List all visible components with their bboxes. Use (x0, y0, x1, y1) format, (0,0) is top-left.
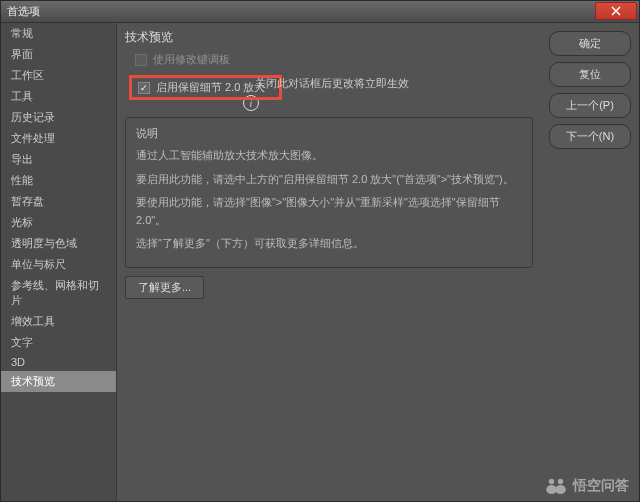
watermark-text: 悟空问答 (573, 477, 629, 495)
feature-checkbox-label: 启用保留细节 2.0 放大 (156, 80, 265, 95)
description-title: 说明 (136, 126, 522, 141)
prev-button[interactable]: 上一个(P) (549, 93, 631, 118)
close-icon (611, 6, 621, 16)
titlebar: 首选项 (1, 1, 639, 23)
legacy-checkbox-label: 使用修改键调板 (153, 52, 230, 67)
main-panel: 技术预览 使用修改键调板 启用保留细节 2.0 放大 关闭此对话框后更改将立即生… (117, 23, 541, 501)
desc-line: 要启用此功能，请选中上方的"启用保留细节 2.0 放大"("首选项">"技术预览… (136, 171, 522, 189)
feature-checkbox[interactable] (138, 82, 150, 94)
close-button[interactable] (595, 2, 637, 20)
sidebar-item-tools[interactable]: 工具 (1, 86, 116, 107)
sidebar: 常规 界面 工作区 工具 历史记录 文件处理 导出 性能 暂存盘 光标 透明度与… (1, 23, 117, 501)
sidebar-item-type[interactable]: 文字 (1, 332, 116, 353)
sidebar-item-3d[interactable]: 3D (1, 353, 116, 371)
sidebar-item-plugins[interactable]: 增效工具 (1, 311, 116, 332)
sidebar-item-performance[interactable]: 性能 (1, 170, 116, 191)
ok-button[interactable]: 确定 (549, 31, 631, 56)
reset-button[interactable]: 复位 (549, 62, 631, 87)
legacy-checkbox[interactable] (135, 54, 147, 66)
note-text: 关闭此对话框后更改将立即生效 (255, 76, 409, 91)
sidebar-item-export[interactable]: 导出 (1, 149, 116, 170)
learn-more-button[interactable]: 了解更多... (125, 276, 204, 299)
desc-line: 要使用此功能，请选择"图像">"图像大小"并从"重新采样"选项选择"保留细节 2… (136, 194, 522, 229)
svg-point-2 (549, 479, 554, 484)
sidebar-item-interface[interactable]: 界面 (1, 44, 116, 65)
sidebar-item-transparency[interactable]: 透明度与色域 (1, 233, 116, 254)
sidebar-item-cursors[interactable]: 光标 (1, 212, 116, 233)
window-body: 常规 界面 工作区 工具 历史记录 文件处理 导出 性能 暂存盘 光标 透明度与… (1, 23, 639, 501)
sidebar-item-scratchdisks[interactable]: 暂存盘 (1, 191, 116, 212)
description-body: 通过人工智能辅助放大技术放大图像。 要启用此功能，请选中上方的"启用保留细节 2… (136, 147, 522, 253)
window-title: 首选项 (7, 4, 633, 19)
sidebar-item-guides[interactable]: 参考线、网格和切片 (1, 275, 116, 311)
sidebar-item-history[interactable]: 历史记录 (1, 107, 116, 128)
watermark: 悟空问答 (545, 477, 629, 495)
right-button-column: 确定 复位 上一个(P) 下一个(N) (541, 23, 639, 501)
preferences-window: 首选项 常规 界面 工作区 工具 历史记录 文件处理 导出 性能 暂存盘 光标 … (0, 0, 640, 502)
sidebar-item-techpreview[interactable]: 技术预览 (1, 371, 116, 392)
next-button[interactable]: 下一个(N) (549, 124, 631, 149)
sidebar-item-filehandling[interactable]: 文件处理 (1, 128, 116, 149)
description-panel: 说明 通过人工智能辅助放大技术放大图像。 要启用此功能，请选中上方的"启用保留细… (125, 117, 533, 268)
sidebar-item-general[interactable]: 常规 (1, 23, 116, 44)
legacy-checkbox-row: 使用修改键调板 (125, 50, 533, 73)
svg-point-1 (555, 485, 566, 494)
sidebar-item-workspace[interactable]: 工作区 (1, 65, 116, 86)
svg-point-3 (558, 479, 563, 484)
watermark-icon (545, 477, 567, 495)
sidebar-item-units[interactable]: 单位与标尺 (1, 254, 116, 275)
section-title: 技术预览 (125, 29, 533, 46)
desc-line: 选择"了解更多"（下方）可获取更多详细信息。 (136, 235, 522, 253)
desc-line: 通过人工智能辅助放大技术放大图像。 (136, 147, 522, 165)
